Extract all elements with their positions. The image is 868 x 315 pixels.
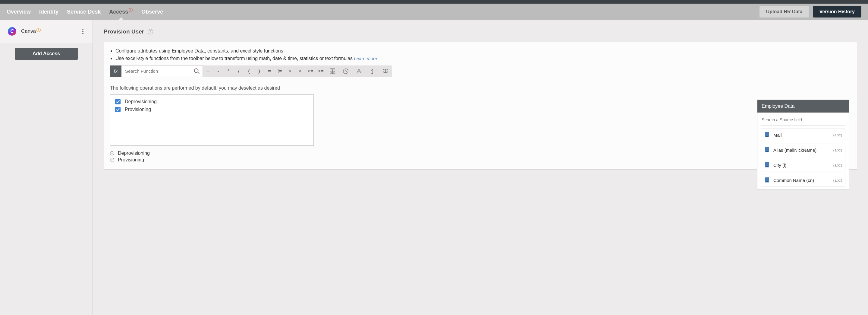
svg-line-25 [387, 69, 388, 70]
employee-data-panel: Employee Data Mail (abc) Alias (mailNick… [757, 99, 849, 190]
field-label: Alias (mailNickName) [773, 147, 816, 153]
employee-field-list: Mail (abc) Alias (mailNickName) (abc) Ci… [761, 128, 845, 187]
operator-lte[interactable]: <= [305, 68, 315, 74]
svg-line-24 [383, 69, 384, 70]
learn-more-link[interactable]: Learn more [354, 56, 377, 61]
operations-hint: The following operations are performed b… [110, 85, 851, 91]
instruction-bullet-text: Use excel-style functions from the toolb… [116, 56, 352, 61]
svg-line-26 [383, 72, 384, 73]
svg-point-16 [372, 69, 373, 69]
field-item-cn[interactable]: Common Name (cn) (abc) [761, 174, 845, 187]
left-sidebar: C Canva ! Add Access [0, 20, 93, 315]
warning-badge-icon: ! [36, 28, 41, 32]
operator-equals[interactable]: = [264, 68, 275, 74]
active-tab-pointer-icon [118, 17, 124, 21]
canva-logo-icon: C [8, 27, 16, 36]
top-navbar: Overview Identity Service Desk Access ! … [0, 4, 868, 20]
search-function-input[interactable] [121, 68, 193, 74]
field-type: (abc) [833, 178, 842, 182]
checkbox-label: Provisioning [125, 107, 151, 112]
alert-badge-icon: ! [129, 8, 133, 12]
nav-tab-service-desk[interactable]: Service Desk [67, 9, 101, 15]
main-content: Provision User ? Configure attributes us… [93, 20, 868, 315]
search-function-field[interactable] [121, 65, 203, 77]
nav-tab-overview[interactable]: Overview [7, 9, 31, 15]
text-icon[interactable] [352, 68, 366, 75]
field-type: (abc) [833, 133, 842, 137]
instruction-bullet: Use excel-style functions from the toolb… [116, 55, 851, 62]
employee-data-title: Employee Data [757, 100, 849, 113]
window-top-strip [0, 0, 868, 4]
operator-plus[interactable]: + [203, 68, 213, 74]
operator-multiply[interactable]: * [223, 68, 234, 74]
app-name-label: Canva [21, 28, 36, 34]
kebab-menu-icon[interactable] [82, 29, 84, 34]
field-type: (abc) [833, 148, 842, 152]
source-field-icon [764, 147, 770, 153]
operator-gte[interactable]: >= [315, 68, 326, 74]
app-row-canva[interactable]: C Canva ! [0, 20, 93, 43]
source-field-icon [764, 132, 770, 138]
field-item-city[interactable]: City (l) (abc) [761, 159, 845, 171]
instruction-bullet: Configure attributes using Employee Data… [116, 47, 851, 55]
operator-minus[interactable]: - [213, 68, 223, 74]
check-row-provisioning: Provisioning [115, 107, 309, 112]
nav-tab-observe[interactable]: Observe [141, 9, 163, 15]
checkbox-deprovisioning[interactable] [115, 99, 121, 105]
operator-not-equals[interactable]: != [275, 68, 285, 74]
source-field-icon [764, 177, 770, 183]
svg-line-14 [346, 71, 347, 72]
check-row-deprovisioning: Deprovisioning [115, 99, 309, 105]
config-panel: Configure attributes using Employee Data… [104, 41, 857, 170]
version-history-button[interactable]: Version History [813, 6, 861, 18]
calc-icon[interactable] [326, 68, 339, 75]
info-icon[interactable] [366, 68, 379, 75]
upload-hr-data-button[interactable]: Upload HR Data [760, 6, 809, 18]
nav-tab-access-label: Access [109, 9, 128, 15]
svg-point-0 [194, 68, 198, 73]
operator-lt[interactable]: < [295, 68, 305, 74]
field-item-alias[interactable]: Alias (mailNickName) (abc) [761, 144, 845, 156]
clock-icon[interactable] [339, 68, 352, 75]
field-label: Mail [773, 133, 782, 138]
operator-close-paren[interactable]: ) [254, 68, 264, 74]
fx-icon: fx [110, 65, 121, 77]
nav-tab-access[interactable]: Access ! [109, 9, 133, 15]
op-line-provisioning[interactable]: Provisioning [110, 157, 851, 163]
operations-box: Deprovisioning Provisioning [110, 94, 314, 146]
operator-divide[interactable]: / [234, 68, 244, 74]
svg-line-27 [387, 72, 388, 73]
employee-data-search-input[interactable] [761, 116, 845, 125]
op-line-label: Deprovisioning [118, 150, 150, 156]
checkbox-provisioning[interactable] [115, 107, 121, 112]
page-title: Provision User [104, 28, 144, 35]
nav-tabs: Overview Identity Service Desk Access ! … [7, 9, 163, 15]
search-icon[interactable] [193, 68, 200, 75]
nav-tab-identity[interactable]: Identity [39, 9, 59, 15]
op-line-label: Provisioning [118, 157, 144, 163]
collapse-icon [110, 151, 114, 155]
add-access-button[interactable]: Add Access [15, 48, 78, 60]
operator-open-paren[interactable]: ( [244, 68, 254, 74]
help-icon[interactable]: ? [148, 29, 153, 34]
source-field-icon [764, 162, 770, 168]
field-item-mail[interactable]: Mail (abc) [761, 128, 845, 141]
collapse-icon [110, 158, 114, 162]
operator-gt[interactable]: > [285, 68, 295, 74]
bug-icon[interactable] [379, 68, 392, 75]
svg-line-1 [198, 72, 199, 74]
checkbox-label: Deprovisioning [125, 99, 157, 105]
op-line-deprovisioning[interactable]: Deprovisioning [110, 150, 851, 156]
formula-toolbar: fx + - * / ( ) = != > [110, 65, 851, 77]
field-label: Common Name (cn) [773, 178, 814, 183]
field-type: (abc) [833, 163, 842, 168]
field-label: City (l) [773, 163, 786, 168]
